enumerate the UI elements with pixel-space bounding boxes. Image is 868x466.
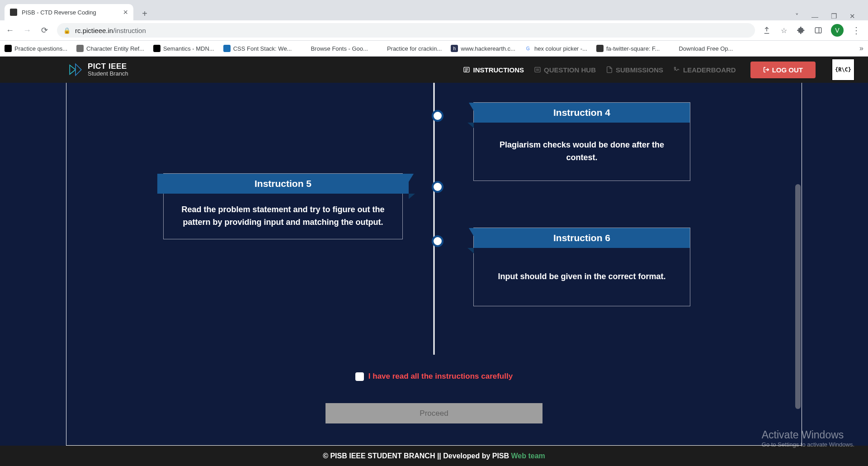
- rc-logo: {R\C}: [832, 59, 854, 81]
- instruction-6-card: Instruction 6 Input should be given in t…: [473, 228, 690, 306]
- logout-icon: [763, 67, 769, 73]
- bookmark-star-icon[interactable]: ☆: [779, 26, 788, 35]
- bookmark-item[interactable]: Download Free Op...: [669, 45, 733, 52]
- bookmark-label: Browse Fonts - Goo...: [311, 45, 368, 52]
- bookmark-favicon: [377, 45, 384, 52]
- instruction-5-body: Read the problem statement and try to fi…: [164, 194, 402, 239]
- bookmark-label: fa-twitter-square: F...: [606, 45, 660, 52]
- bookmark-item[interactable]: Semantics - MDN...: [153, 45, 214, 52]
- timeline-dot: [432, 235, 443, 247]
- instruction-6-body: Input should be given in the correct for…: [474, 248, 690, 306]
- back-button[interactable]: ←: [5, 25, 15, 36]
- bookmark-label: Character Entity Ref...: [86, 45, 144, 52]
- timeline-dot: [432, 181, 443, 193]
- bookmarks-overflow-icon[interactable]: »: [859, 44, 863, 52]
- url-input[interactable]: 🔒 rc.pictieee.in/instruction: [57, 23, 755, 38]
- profile-avatar[interactable]: V: [831, 24, 844, 37]
- window-controls: ˅ — ❐ ✕: [795, 12, 863, 20]
- content-frame: correct submission, 10 points will be de…: [66, 83, 802, 446]
- instruction-4-card: Instruction 4 Plagiarism checks would be…: [473, 102, 690, 181]
- address-bar: ← → ⟳ 🔒 rc.pictieee.in/instruction ☆ V ⋮: [0, 20, 868, 41]
- bookmark-label: Semantics - MDN...: [163, 45, 214, 52]
- browser-tab[interactable]: PISB - CTD Reverse Coding ×: [5, 4, 133, 20]
- timeline-line: [434, 83, 435, 355]
- agree-row: I have read all the instructions careful…: [66, 372, 802, 381]
- bookmarks-bar: Practice questions...Character Entity Re…: [0, 41, 868, 57]
- app-navbar: PICT IEEE Student Branch INSTRUCTIONS QU…: [0, 57, 868, 83]
- lock-icon: 🔒: [63, 27, 71, 34]
- nav-question-hub[interactable]: QUESTION HUB: [534, 66, 596, 74]
- share-icon[interactable]: [762, 26, 771, 35]
- bookmark-item[interactable]: Character Entity Ref...: [76, 45, 144, 52]
- new-tab-button[interactable]: +: [138, 7, 151, 20]
- bookmark-label: Download Free Op...: [679, 45, 733, 52]
- bookmark-favicon: [596, 45, 604, 52]
- nav-leaderboard[interactable]: LEADERBOARD: [673, 66, 736, 74]
- instruction-4-body: Plagiarism checks would be done after th…: [474, 123, 690, 181]
- chevron-down-icon[interactable]: ˅: [795, 12, 799, 20]
- scrollbar-track[interactable]: [794, 83, 802, 445]
- proceed-button[interactable]: Proceed: [326, 403, 542, 423]
- bookmark-item[interactable]: CSS Font Stack: We...: [223, 45, 292, 52]
- page-body: PICT IEEE Student Branch INSTRUCTIONS QU…: [0, 57, 868, 466]
- bookmark-favicon: [76, 45, 84, 52]
- bookmark-favicon: [223, 45, 231, 52]
- brand-title: PICT IEEE: [88, 62, 128, 71]
- sidepanel-icon[interactable]: [814, 26, 823, 35]
- bookmark-label: CSS Font Stack: We...: [233, 45, 292, 52]
- brand-subtitle: Student Branch: [88, 71, 128, 77]
- svg-rect-0: [815, 28, 821, 33]
- bookmark-item[interactable]: fa-twitter-square: F...: [596, 45, 660, 52]
- nav-submissions[interactable]: SUBMISSIONS: [606, 66, 663, 74]
- bookmark-label: Practice questions...: [14, 45, 67, 52]
- windows-activation-watermark: Activate Windows Go to Settings to activ…: [762, 429, 854, 448]
- bookmark-item[interactable]: hwww.hackerearth.c...: [451, 45, 515, 52]
- bookmark-favicon: [5, 45, 12, 52]
- bookmark-item[interactable]: Practice for crackin...: [377, 45, 442, 52]
- url-host: rc.pictieee.in: [75, 27, 113, 34]
- close-window-icon[interactable]: ✕: [849, 12, 855, 20]
- footer-text: © PISB IEEE STUDENT BRANCH || Developed …: [323, 452, 509, 460]
- maximize-icon[interactable]: ❐: [831, 12, 837, 20]
- bookmark-label: Practice for crackin...: [387, 45, 442, 52]
- bookmark-item[interactable]: Browse Fonts - Goo...: [301, 45, 368, 52]
- svg-rect-6: [535, 67, 540, 72]
- footer-webteam-link[interactable]: Web team: [511, 452, 545, 460]
- extensions-icon[interactable]: [797, 26, 806, 35]
- instruction-5-card: Instruction 5 Read the problem statement…: [186, 173, 403, 239]
- brand-logo-icon: [68, 62, 83, 77]
- brand[interactable]: PICT IEEE Student Branch: [68, 62, 128, 77]
- url-path: /instruction: [113, 27, 146, 34]
- tab-bar: PISB - CTD Reverse Coding × + ˅ — ❐ ✕: [0, 0, 868, 20]
- bookmark-favicon: [153, 45, 160, 52]
- logout-button[interactable]: LOG OUT: [750, 62, 816, 78]
- bookmark-favicon: [301, 45, 308, 52]
- nav-instructions[interactable]: INSTRUCTIONS: [463, 66, 524, 74]
- tab-close-icon[interactable]: ×: [123, 8, 128, 17]
- scrollbar-thumb[interactable]: [795, 184, 801, 409]
- tab-title: PISB - CTD Reverse Coding: [22, 9, 96, 16]
- forward-button[interactable]: →: [22, 25, 33, 36]
- tab-favicon: [10, 9, 17, 16]
- bookmark-label: hex colour picker -...: [534, 45, 587, 52]
- bookmark-favicon: G: [524, 45, 532, 52]
- agree-checkbox[interactable]: [355, 372, 364, 381]
- bookmark-favicon: [669, 45, 676, 52]
- bookmark-favicon: h: [451, 45, 458, 52]
- bookmark-label: www.hackerearth.c...: [461, 45, 515, 52]
- bookmark-item[interactable]: Practice questions...: [5, 45, 67, 52]
- agree-label: I have read all the instructions careful…: [368, 372, 513, 381]
- bookmark-item[interactable]: Ghex colour picker -...: [524, 45, 587, 52]
- minimize-icon[interactable]: —: [811, 13, 818, 20]
- timeline-dot: [432, 110, 443, 122]
- footer: © PISB IEEE STUDENT BRANCH || Developed …: [0, 446, 868, 466]
- reload-button[interactable]: ⟳: [39, 25, 50, 36]
- kebab-menu-icon[interactable]: ⋮: [852, 25, 861, 36]
